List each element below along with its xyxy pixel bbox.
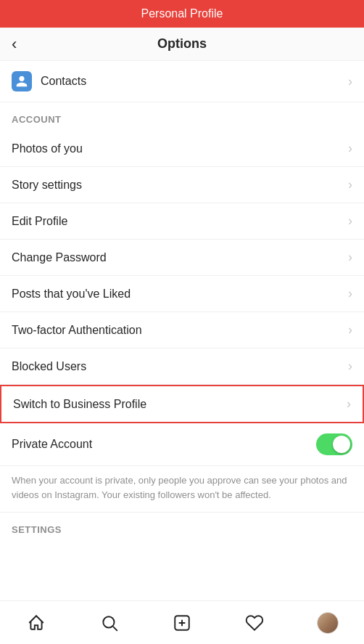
- avatar: [317, 612, 339, 634]
- tab-bar: [0, 600, 364, 644]
- posts-liked-chevron: ›: [348, 286, 352, 301]
- back-button[interactable]: ‹: [12, 36, 17, 52]
- heart-icon: [245, 614, 264, 632]
- photos-chevron: ›: [348, 141, 352, 156]
- settings-section-header: SETTINGS: [0, 513, 364, 538]
- contacts-left: Contacts: [12, 71, 86, 91]
- private-account-row: Private Account: [0, 423, 364, 466]
- tab-profile[interactable]: [291, 601, 364, 644]
- change-password-label: Change Password: [12, 251, 107, 264]
- story-settings-label: Story settings: [12, 179, 82, 192]
- blocked-users-chevron: ›: [348, 359, 352, 374]
- blocked-users-item[interactable]: Blocked Users ›: [0, 349, 364, 385]
- tab-heart[interactable]: [218, 601, 291, 644]
- story-chevron: ›: [348, 177, 352, 192]
- two-factor-label: Two-factor Authentication: [12, 324, 142, 337]
- banner-label: Personal Profile: [141, 7, 223, 20]
- nav-title: Options: [157, 36, 207, 52]
- switch-to-business-chevron: ›: [347, 396, 351, 412]
- switch-to-business-item[interactable]: Switch to Business Profile ›: [0, 385, 364, 423]
- switch-to-business-label: Switch to Business Profile: [13, 398, 146, 411]
- search-icon: [100, 614, 119, 632]
- nav-bar: ‹ Options: [0, 28, 364, 61]
- posts-liked-item[interactable]: Posts that you've Liked ›: [0, 276, 364, 312]
- add-icon: [173, 614, 191, 632]
- contacts-row[interactable]: Contacts ›: [0, 61, 364, 102]
- private-account-description: When your account is private, only peopl…: [0, 466, 364, 513]
- avatar-image: [318, 613, 338, 633]
- story-settings-item[interactable]: Story settings ›: [0, 167, 364, 203]
- change-password-item[interactable]: Change Password ›: [0, 240, 364, 276]
- svg-point-0: [103, 616, 114, 627]
- contact-icon: [12, 71, 32, 91]
- edit-profile-chevron: ›: [348, 213, 352, 229]
- tab-search[interactable]: [73, 601, 145, 644]
- private-account-label: Private Account: [12, 438, 92, 451]
- edit-profile-item[interactable]: Edit Profile ›: [0, 203, 364, 240]
- photos-of-you-item[interactable]: Photos of you ›: [0, 131, 364, 167]
- home-icon: [27, 614, 46, 632]
- svg-line-1: [112, 626, 117, 630]
- contacts-label: Contacts: [41, 75, 86, 88]
- personal-profile-banner: Personal Profile: [0, 0, 364, 28]
- toggle-thumb: [333, 436, 350, 453]
- account-section-header: ACCOUNT: [0, 102, 364, 131]
- two-factor-item[interactable]: Two-factor Authentication ›: [0, 312, 364, 349]
- person-icon: [15, 75, 28, 88]
- two-factor-chevron: ›: [348, 322, 352, 338]
- private-account-toggle[interactable]: [316, 433, 352, 455]
- posts-liked-label: Posts that you've Liked: [12, 288, 131, 301]
- change-password-chevron: ›: [348, 250, 352, 265]
- tab-add[interactable]: [146, 601, 218, 644]
- tab-home[interactable]: [0, 601, 73, 644]
- edit-profile-label: Edit Profile: [12, 215, 67, 228]
- photos-of-you-label: Photos of you: [12, 142, 83, 155]
- contacts-chevron: ›: [348, 74, 352, 89]
- blocked-users-label: Blocked Users: [12, 360, 86, 373]
